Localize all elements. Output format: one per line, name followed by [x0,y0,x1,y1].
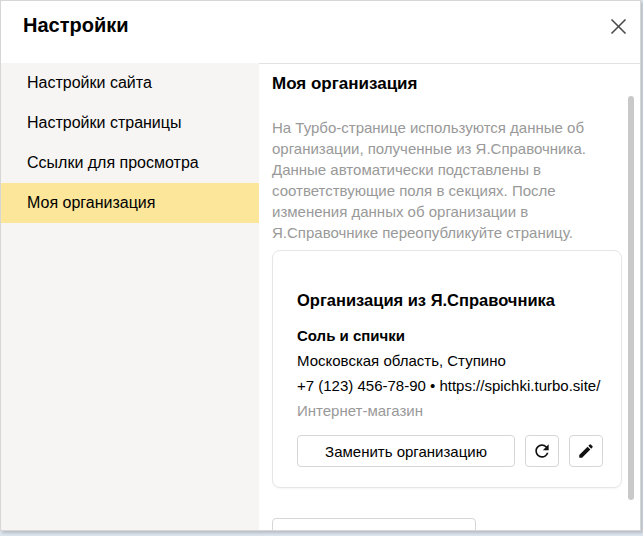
dialog-body: Настройки сайта Настройки страницы Ссылк… [1,63,640,531]
organization-contacts: +7 (123) 456-78-90 • https://spichki.tur… [297,373,603,398]
org-description-line: организации, полученные из Я.Справочника… [272,138,617,159]
sidebar-item-site-settings[interactable]: Настройки сайта [1,63,259,103]
sidebar: Настройки сайта Настройки страницы Ссылк… [1,63,259,531]
sidebar-item-label: Настройки страницы [27,114,181,132]
refresh-icon [532,441,552,461]
close-icon [608,16,629,37]
organization-card: Организация из Я.Справочника Соль и спич… [272,250,622,488]
dialog-title: Настройки [23,14,129,37]
close-button[interactable] [603,11,633,41]
sidebar-item-preview-links[interactable]: Ссылки для просмотра [1,143,259,183]
pencil-icon [577,442,595,460]
refresh-organization-button[interactable] [525,435,559,467]
dialog-header: Настройки [1,1,640,63]
content-panel: Моя организация На Турбо-странице исполь… [259,63,641,531]
organization-address: Московская область, Ступино [297,348,603,373]
sidebar-item-my-organization[interactable]: Моя организация [1,183,259,223]
org-description-line: Данные автоматически подставлены в [272,159,617,180]
replace-organization-button[interactable]: Заменить организацию [297,435,515,467]
sidebar-item-label: Ссылки для просмотра [27,154,199,172]
org-description-line: На Турбо-странице используются данные об [272,117,617,138]
org-description-line: соответствующие поля в секциях. После [272,180,617,201]
card-actions: Заменить организацию [297,435,603,467]
organization-card-heading: Организация из Я.Справочника [297,291,603,310]
org-description: На Турбо-странице используются данные об… [272,117,617,243]
section-heading: Моя организация [272,74,622,94]
sidebar-item-page-settings[interactable]: Настройки страницы [1,103,259,143]
org-description-line: изменения данных об организации в [272,201,617,222]
edit-organization-button[interactable] [569,435,603,467]
sidebar-item-label: Настройки сайта [27,74,152,92]
organization-category: Интернет-магазин [297,398,603,423]
sidebar-item-label: Моя организация [27,194,155,212]
settings-dialog: Настройки Настройки сайта Настройки стра… [0,0,641,531]
vertical-scrollbar-thumb[interactable] [628,96,634,500]
unlink-organization-button[interactable]: Отвязать организацию [272,518,476,531]
org-description-line: Я.Справочнике переопубликуйте страницу. [272,222,617,243]
organization-name: Соль и спички [297,323,603,348]
